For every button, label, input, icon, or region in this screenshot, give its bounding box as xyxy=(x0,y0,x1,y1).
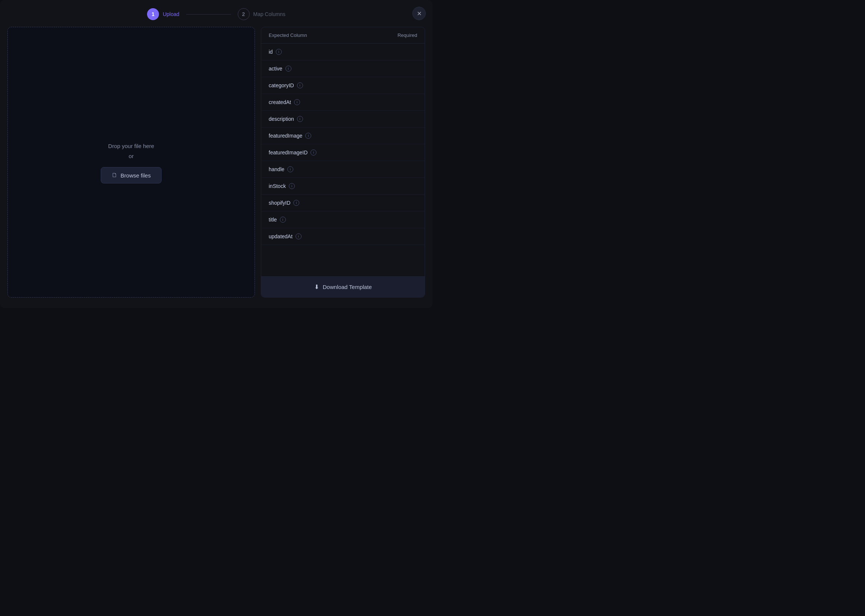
column-name-categoryid: categoryID xyxy=(269,82,294,88)
step-2-circle: 2 xyxy=(238,8,250,20)
drop-text: Drop your file here or xyxy=(108,141,154,161)
column-name-featuredimage: featuredImage xyxy=(269,133,302,139)
column-row-instock: inStock i xyxy=(261,178,425,195)
info-icon-title[interactable]: i xyxy=(280,217,286,223)
expected-column-header: Expected Column xyxy=(269,33,307,38)
step-2-label: Map Columns xyxy=(254,11,285,17)
download-template-button[interactable]: ⬇ Download Template xyxy=(261,276,425,297)
column-name-title: title xyxy=(269,217,277,223)
columns-list: id i active i categoryID i xyxy=(261,44,425,276)
browse-files-label: Browse files xyxy=(121,172,151,179)
columns-panel: Expected Column Required id i active i xyxy=(261,27,425,297)
close-button[interactable]: ✕ xyxy=(412,7,426,20)
info-icon-categoryid[interactable]: i xyxy=(297,82,303,88)
step-1-circle: 1 xyxy=(147,8,159,20)
file-icon: 🗋 xyxy=(112,172,118,179)
info-icon-active[interactable]: i xyxy=(285,66,291,72)
column-row-id: id i xyxy=(261,44,425,60)
column-name-instock: inStock xyxy=(269,183,286,189)
column-row-featuredimageid: featuredImageID i xyxy=(261,144,425,161)
columns-header: Expected Column Required xyxy=(261,27,425,44)
step-connector xyxy=(186,14,231,14)
step-upload: 1 Upload xyxy=(147,8,179,20)
browse-files-button[interactable]: 🗋 Browse files xyxy=(101,167,162,184)
download-icon: ⬇ xyxy=(314,283,319,291)
step-map-columns: 2 Map Columns xyxy=(238,8,285,20)
required-header: Required xyxy=(397,33,417,38)
download-template-label: Download Template xyxy=(323,284,372,290)
step-header: 1 Upload 2 Map Columns xyxy=(0,0,433,27)
column-row-active: active i xyxy=(261,60,425,77)
column-name-handle: handle xyxy=(269,166,284,172)
info-icon-id[interactable]: i xyxy=(276,49,282,55)
close-icon: ✕ xyxy=(417,10,422,17)
column-name-description: description xyxy=(269,116,294,122)
column-row-featuredimage: featuredImage i xyxy=(261,127,425,144)
info-icon-featuredimage[interactable]: i xyxy=(305,133,311,139)
column-name-updatedat: updatedAt xyxy=(269,233,293,239)
info-icon-instock[interactable]: i xyxy=(289,183,295,189)
info-icon-description[interactable]: i xyxy=(297,116,303,122)
info-icon-createdat[interactable]: i xyxy=(294,99,300,105)
column-name-createdat: createdAt xyxy=(269,99,291,105)
column-row-description: description i xyxy=(261,111,425,127)
column-row-updatedat: updatedAt i xyxy=(261,228,425,245)
info-icon-updatedat[interactable]: i xyxy=(296,233,301,239)
column-row-categoryid: categoryID i xyxy=(261,77,425,94)
column-row-title: title i xyxy=(261,211,425,228)
info-icon-shopifyid[interactable]: i xyxy=(293,200,299,206)
column-row-createdat: createdAt i xyxy=(261,94,425,111)
column-name-shopifyid: shopifyID xyxy=(269,200,290,206)
column-name-active: active xyxy=(269,66,282,72)
info-icon-handle[interactable]: i xyxy=(287,166,293,172)
step-1-label: Upload xyxy=(163,11,179,17)
column-name-id: id xyxy=(269,49,273,55)
upload-panel[interactable]: Drop your file here or 🗋 Browse files xyxy=(8,27,255,297)
main-content: Drop your file here or 🗋 Browse files Ex… xyxy=(0,27,433,305)
info-icon-featuredimageid[interactable]: i xyxy=(310,149,317,156)
modal-container: ✕ 1 Upload 2 Map Columns Drop your file … xyxy=(0,0,433,308)
column-row-handle: handle i xyxy=(261,161,425,178)
column-name-featuredimageid: featuredImageID xyxy=(269,149,307,156)
column-row-shopifyid: shopifyID i xyxy=(261,195,425,211)
